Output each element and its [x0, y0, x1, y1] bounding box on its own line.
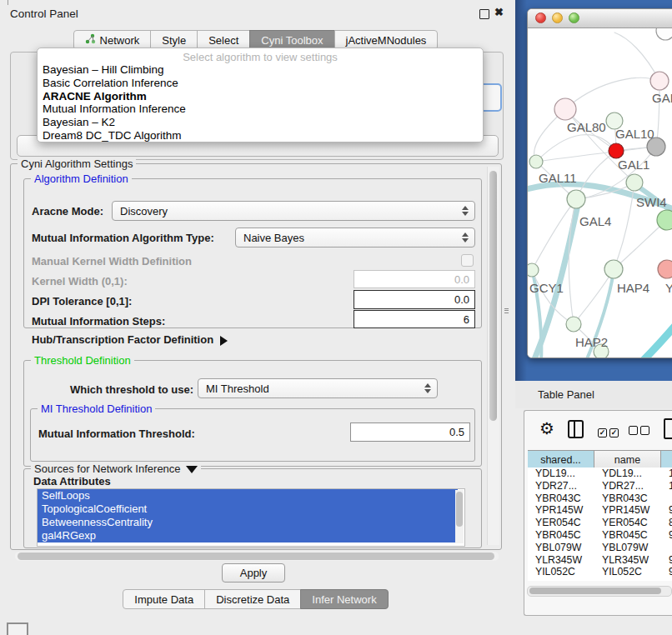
mi-type-label: Mutual Information Algorithm Type: — [32, 232, 214, 244]
table-horizontal-scrollbar[interactable] — [527, 586, 672, 597]
attribute-gal4rgexp[interactable]: gal4RGexp — [38, 529, 458, 542]
algo-option-aracne-algorithm[interactable]: ARACNE Algorithm — [38, 90, 483, 103]
cyni-bottom-tabs: Impute DataDiscretize DataInfer Network — [0, 589, 512, 609]
mi-threshold-input[interactable]: 0.5 — [350, 422, 470, 442]
column-header-name[interactable]: name — [594, 451, 661, 468]
algo-option-bayesian-k2[interactable]: Bayesian – K2 — [38, 116, 483, 129]
network-canvas[interactable]: GAL80GAL10GAL11GAL1SWI4GAL4GCY1HAP4YHAP2… — [528, 28, 672, 358]
data-attributes-list: SelfLoopsTopologicalCoefficientBetweenne… — [37, 488, 465, 547]
spinner-arrows-icon — [461, 206, 468, 216]
table-row[interactable]: YPR145WYPR145W9. — [528, 504, 672, 517]
network-node[interactable] — [656, 28, 672, 40]
node-label-swi4: SWI4 — [636, 195, 667, 209]
dropdown-prompt: Select algorithm to view settings — [38, 51, 483, 63]
column-header-a[interactable]: A — [661, 451, 672, 468]
float-window-icon[interactable] — [479, 9, 489, 19]
algo-option-basic-correlation-inference[interactable]: Basic Correlation Inference — [38, 77, 483, 90]
table-row[interactable]: YDR27...YDR27...12 — [528, 480, 672, 492]
close-icon[interactable]: ✖ — [494, 6, 504, 18]
network-edge — [565, 78, 659, 109]
network-node[interactable] — [609, 143, 624, 158]
table-row[interactable]: YBR045CYBR045C9. — [528, 529, 672, 542]
table-cell: YBR045C — [594, 529, 661, 542]
select-none-icon[interactable] — [629, 423, 652, 438]
table-cell: YIL052C — [528, 566, 594, 578]
table-header-row: shared...nameA — [528, 450, 672, 469]
scrollbar-thumb[interactable] — [18, 552, 494, 560]
network-edge — [641, 322, 672, 358]
network-node[interactable] — [554, 98, 576, 120]
network-node[interactable] — [604, 260, 623, 278]
which-threshold-combobox[interactable]: MI Threshold — [198, 378, 438, 398]
table-cell: 8. — [661, 517, 672, 529]
table-cell: YBR043C — [528, 492, 594, 505]
table-row[interactable]: YIL052CYIL052C9 — [528, 566, 672, 578]
network-graph: GAL80GAL10GAL11GAL1SWI4GAL4GCY1HAP4YHAP2… — [528, 28, 672, 358]
attribute-betweennesscentrality[interactable]: BetweennessCentrality — [38, 516, 458, 529]
document-icon[interactable] — [664, 418, 672, 439]
split-view-icon[interactable] — [568, 420, 584, 438]
mi-threshold-label: Mutual Information Threshold: — [38, 428, 195, 440]
application-window: Control Panel ✖ NetworkStyleSelectCyni T… — [0, 0, 672, 635]
tab-jactivemnodules-label: jActiveMNodules — [346, 34, 427, 47]
settings-horizontal-scrollbar[interactable] — [15, 552, 499, 561]
scrollbar-thumb[interactable] — [529, 588, 661, 594]
expand-right-icon[interactable] — [220, 336, 228, 346]
table-cell: 9. — [661, 529, 672, 542]
dpi-tolerance-input[interactable]: 0.0 — [354, 290, 475, 309]
tab-style-label: Style — [162, 34, 186, 47]
minimize-traffic-light-icon[interactable] — [552, 12, 563, 23]
panel-splitter-grip[interactable] — [504, 307, 510, 314]
bottom-tab-discretize-data[interactable]: Discretize Data — [204, 589, 301, 609]
node-label-hap2: HAP2 — [575, 335, 608, 349]
network-node[interactable] — [567, 190, 585, 208]
table-row[interactable]: YBR043CYBR043C — [528, 492, 672, 505]
collapse-down-icon[interactable] — [186, 466, 198, 473]
close-traffic-light-icon[interactable] — [535, 12, 546, 23]
threshold-definition-legend: Threshold Definition — [31, 354, 134, 367]
table-cell: YBL079W — [594, 542, 661, 554]
scrollbar-thumb[interactable] — [456, 492, 463, 527]
select-all-checked-icon[interactable]: ✓✓ — [598, 423, 621, 438]
apply-button[interactable]: Apply — [222, 563, 285, 582]
mi-type-combobox[interactable]: Naive Bayes — [235, 228, 475, 248]
panel-border-fragment — [8, 0, 8, 5]
table-row[interactable]: YER054CYER054C8. — [528, 517, 672, 529]
algo-option-bayesian-hill-climbing[interactable]: Bayesian – Hill Climbing — [38, 63, 483, 77]
table-cell: YDR27... — [528, 480, 594, 492]
attribute-selfloops[interactable]: SelfLoops — [38, 489, 458, 502]
network-node[interactable] — [566, 317, 581, 332]
settings-vertical-scrollbar[interactable] — [487, 167, 499, 545]
table-row[interactable]: YDL19...YDL19...13 — [528, 468, 672, 480]
minimized-panel-icon[interactable] — [7, 622, 28, 635]
network-node[interactable] — [657, 210, 672, 230]
bottom-tab-infer-network[interactable]: Infer Network — [300, 589, 388, 609]
algorithm-dropdown-list: Select algorithm to view settings Bayesi… — [37, 48, 484, 142]
list-vertical-scrollbar[interactable] — [455, 490, 464, 543]
hub-definition-toggle[interactable]: Hub/Transcription Factor Definition — [32, 333, 228, 346]
network-node[interactable] — [529, 155, 543, 168]
network-edge — [536, 135, 616, 162]
network-node[interactable] — [528, 263, 539, 277]
bottom-tab-impute-data[interactable]: Impute Data — [123, 589, 205, 609]
algo-option-mutual-information-inference[interactable]: Mutual Information Inference — [38, 102, 483, 116]
network-node[interactable] — [626, 174, 643, 191]
scrollbar-thumb[interactable] — [489, 171, 497, 421]
table-panel-title: Table Panel — [538, 388, 594, 401]
zoom-traffic-light-icon[interactable] — [569, 12, 579, 23]
sources-legend[interactable]: Sources for Network Inference — [31, 462, 201, 475]
mi-steps-input[interactable]: 6 — [354, 310, 475, 328]
node-label-gal: GAL — [652, 91, 672, 105]
node-label-hap4: HAP4 — [617, 281, 649, 295]
network-node[interactable] — [650, 72, 669, 90]
attribute-topologicalcoefficient[interactable]: TopologicalCoefficient — [38, 502, 458, 516]
table-row[interactable]: YLR345WYLR345W9. — [528, 554, 672, 567]
aracne-mode-combobox[interactable]: Discovery — [112, 201, 475, 221]
algo-option-dream8-dc-tdc-algorithm[interactable]: Dream8 DC_TDC Algorithm — [38, 129, 483, 142]
column-header-shared[interactable]: shared... — [528, 451, 594, 468]
network-node[interactable] — [658, 260, 672, 278]
table-row[interactable]: YBL079WYBL079W — [528, 542, 672, 554]
network-window-titlebar[interactable] — [528, 9, 672, 28]
table-cell: YLR345W — [594, 554, 661, 567]
gear-icon[interactable]: ⚙ — [539, 418, 554, 438]
